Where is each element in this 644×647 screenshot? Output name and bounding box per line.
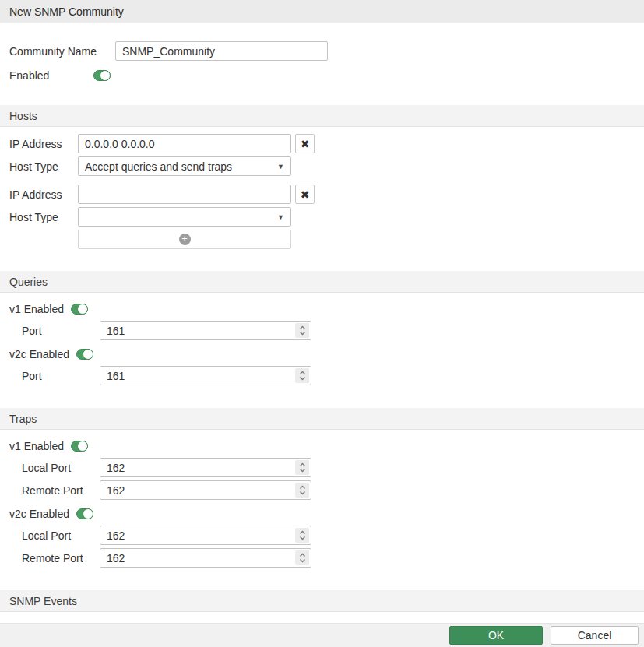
traps-v2c-remote-label: Remote Port (9, 552, 100, 564)
queries-v1-port-row: Port (0, 321, 644, 340)
stepper-icon[interactable] (295, 483, 309, 498)
queries-v1-port-label: Port (9, 325, 100, 337)
toggle-knob (100, 70, 111, 81)
traps-section-label: Traps (9, 413, 37, 425)
queries-v2c-toggle[interactable] (76, 349, 93, 360)
traps-v1-remote-row: Remote Port (0, 480, 644, 500)
ip-address-input[interactable] (78, 134, 291, 153)
queries-v1-port-field (100, 321, 311, 340)
delete-icon: ✖ (301, 138, 310, 150)
queries-v1-toggle[interactable] (71, 304, 88, 315)
traps-v2c-row: v2c Enabled (0, 507, 644, 520)
queries-section-label: Queries (9, 276, 48, 288)
dialog-titlebar: New SNMP Community (0, 0, 644, 23)
traps-v2c-label: v2c Enabled (9, 508, 69, 520)
traps-v1-remote-label: Remote Port (9, 484, 100, 497)
dialog-footer: OK Cancel (0, 623, 644, 647)
toggle-knob (77, 304, 88, 315)
stepper-icon[interactable] (295, 323, 309, 338)
community-name-label: Community Name (9, 45, 115, 58)
stepper-icon[interactable] (295, 460, 309, 475)
stepper-icon[interactable] (295, 528, 309, 543)
add-icon: + (179, 234, 191, 245)
host-row-2-ip: IP Address ✖ (0, 185, 644, 204)
hosts-section-header: Hosts (0, 105, 644, 127)
traps-v2c-local-label: Local Port (9, 529, 100, 542)
traps-v2c-remote-field (100, 548, 311, 568)
queries-v1-row: v1 Enabled (0, 302, 644, 315)
traps-v2c-local-row: Local Port (0, 526, 644, 545)
traps-v2c-local-input[interactable] (100, 526, 311, 545)
ip-address-input[interactable] (78, 185, 291, 204)
traps-v1-label: v1 Enabled (9, 440, 64, 452)
enabled-row: Enabled (0, 67, 644, 83)
enabled-toggle[interactable] (93, 70, 111, 81)
stepper-icon[interactable] (295, 550, 309, 565)
chevron-down-icon: ▼ (277, 163, 284, 171)
queries-v1-label: v1 Enabled (9, 303, 64, 315)
page-title: New SNMP Community (9, 5, 124, 18)
host-type-select[interactable]: Accept queries and send traps ▼ (78, 156, 291, 176)
host-type-select[interactable]: ▼ (78, 207, 291, 227)
hosts-section-label: Hosts (9, 110, 37, 122)
cancel-button[interactable]: Cancel (551, 626, 639, 645)
snmp-events-section-header: SNMP Events (0, 590, 644, 612)
host-row-1-type: Host Type Accept queries and send traps … (0, 156, 644, 176)
traps-v1-remote-field (100, 480, 311, 500)
traps-v1-row: v1 Enabled (0, 439, 644, 452)
queries-v2c-row: v2c Enabled (0, 347, 644, 360)
snmp-events-section-label: SNMP Events (9, 595, 77, 607)
ok-button[interactable]: OK (449, 626, 543, 645)
toggle-knob (77, 441, 88, 452)
queries-section-header: Queries (0, 271, 644, 293)
host-type-label: Host Type (9, 211, 78, 223)
queries-v1-port-input[interactable] (100, 321, 311, 340)
add-host-button[interactable]: + (78, 230, 291, 249)
ip-address-label: IP Address (9, 188, 78, 201)
queries-v2c-port-row: Port (0, 366, 644, 385)
add-host-row: + (0, 230, 644, 249)
toggle-knob (83, 508, 93, 519)
traps-v1-local-label: Local Port (9, 462, 100, 474)
host-type-label: Host Type (9, 160, 78, 173)
traps-v1-local-field (100, 458, 311, 477)
queries-v2c-port-field (100, 366, 311, 385)
delete-icon: ✖ (301, 188, 310, 201)
traps-v2c-toggle[interactable] (76, 508, 93, 519)
traps-v2c-local-field (100, 526, 311, 545)
stepper-icon[interactable] (295, 368, 309, 383)
traps-v2c-remote-row: Remote Port (0, 548, 644, 568)
queries-v2c-label: v2c Enabled (9, 348, 69, 360)
traps-v1-local-input[interactable] (100, 458, 311, 477)
traps-v1-local-row: Local Port (0, 458, 644, 477)
chevron-down-icon: ▼ (277, 213, 284, 221)
host-type-selected-value: Accept queries and send traps (85, 160, 232, 173)
traps-v1-toggle[interactable] (71, 441, 88, 452)
traps-v2c-remote-input[interactable] (100, 548, 311, 568)
host-row-1-ip: IP Address ✖ (0, 134, 644, 153)
traps-section-header: Traps (0, 408, 644, 430)
toggle-knob (83, 349, 93, 360)
queries-v2c-port-label: Port (9, 370, 100, 382)
delete-host-button[interactable]: ✖ (295, 134, 315, 153)
enabled-label: Enabled (9, 69, 93, 82)
queries-v2c-port-input[interactable] (100, 366, 311, 385)
ip-address-label: IP Address (9, 138, 78, 150)
host-row-2-type: Host Type ▼ (0, 207, 644, 227)
traps-v1-remote-input[interactable] (100, 480, 311, 500)
community-name-row: Community Name (0, 41, 644, 61)
community-name-input[interactable] (115, 41, 328, 61)
delete-host-button[interactable]: ✖ (295, 185, 315, 204)
